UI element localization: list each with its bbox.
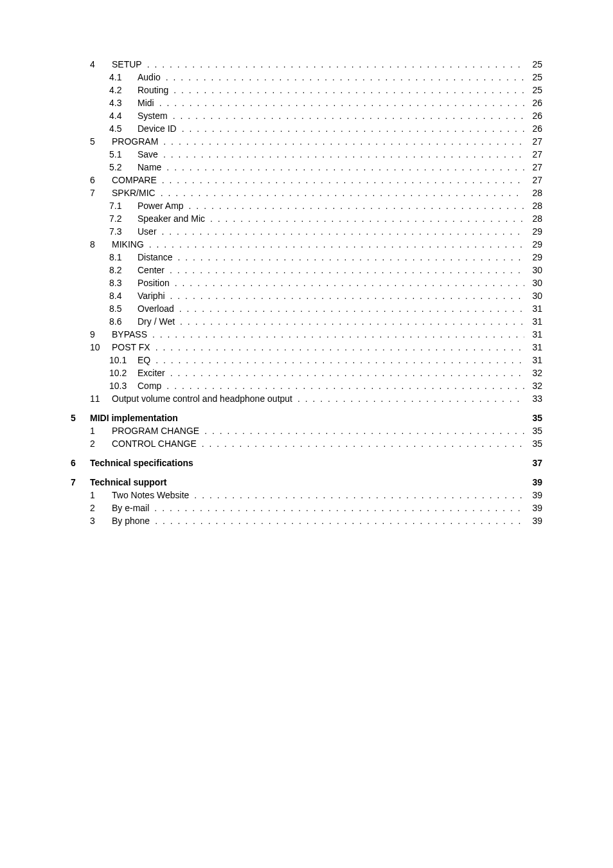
toc-section-number: 7 [71, 476, 82, 489]
toc-title: Technical support [90, 476, 167, 489]
toc-leader-dots [166, 71, 524, 84]
toc-entry[interactable]: 5MIDI implementation35 [71, 411, 542, 424]
toc-entry[interactable]: 4SETUP25 [71, 58, 542, 71]
toc-section-number: 1 [90, 489, 103, 502]
toc-title: Variphi [138, 289, 165, 302]
toc-subsection-number: 4.3 [109, 96, 129, 109]
toc-entry[interactable]: 9BYPASS31 [71, 328, 542, 341]
toc-entry[interactable]: 4.4System26 [71, 109, 542, 122]
toc-title: MIDI implementation [90, 411, 178, 424]
toc-entry[interactable]: 2CONTROL CHANGE35 [71, 437, 542, 450]
toc-leader-dots [166, 379, 524, 392]
toc-page-number: 39 [527, 476, 542, 489]
toc-title: User [138, 225, 157, 238]
toc-leader-dots [170, 289, 524, 302]
toc-entry[interactable]: 5.1Save27 [71, 148, 542, 161]
toc-leader-dots [155, 341, 524, 354]
toc-entry[interactable]: 1PROGRAM CHANGE35 [71, 424, 542, 437]
toc-entry[interactable]: 7.3User29 [71, 225, 542, 238]
toc-subsection-number: 4.1 [109, 71, 129, 84]
toc-page-number: 31 [527, 315, 542, 328]
toc-title: Dry / Wet [138, 315, 175, 328]
toc-page-number: 29 [527, 238, 542, 251]
toc-page-number: 35 [527, 411, 542, 424]
toc-section-number: 2 [90, 437, 103, 450]
toc-leader-dots [175, 276, 524, 289]
toc-leader-dots [163, 148, 524, 161]
toc-entry[interactable]: 7Technical support39 [71, 476, 542, 489]
toc-leader-dots [298, 392, 524, 405]
toc-section-number: 3 [90, 514, 103, 527]
toc-entry[interactable]: 8MIKING29 [71, 238, 542, 251]
toc-entry[interactable]: 3By phone39 [71, 514, 542, 527]
toc-title: SPKR/MIC [112, 186, 155, 199]
toc-leader-dots [154, 502, 524, 514]
toc-title: Two Notes Website [112, 489, 189, 502]
toc-entry[interactable]: 10.3Comp32 [71, 379, 542, 392]
toc-entry[interactable]: 8.2Center30 [71, 264, 542, 276]
toc-section-number: 6 [71, 457, 82, 469]
toc-entry[interactable]: 8.4Variphi30 [71, 289, 542, 302]
toc-subsection-number: 8.6 [109, 315, 129, 328]
toc-page-number: 31 [527, 354, 542, 366]
toc-entry[interactable]: 6Technical specifications37 [71, 457, 542, 469]
toc-entry[interactable]: 10POST FX31 [71, 341, 542, 354]
toc-entry[interactable]: 5.2Name27 [71, 161, 542, 174]
toc-title: CONTROL CHANGE [112, 437, 197, 450]
toc-title: Routing [138, 84, 168, 96]
toc-leader-dots [177, 251, 524, 264]
toc-leader-dots [202, 437, 524, 450]
toc-entry[interactable]: 8.6Dry / Wet31 [71, 315, 542, 328]
page: 4SETUP254.1Audio254.2Routing254.3Midi264… [0, 0, 613, 868]
toc-leader-dots [180, 315, 524, 328]
toc-title: Device ID [138, 122, 177, 135]
toc-entry[interactable]: 11Output volume control and headphone ou… [71, 392, 542, 405]
toc-entry[interactable]: 4.1Audio25 [71, 71, 542, 84]
toc-entry[interactable]: 7SPKR/MIC28 [71, 186, 542, 199]
toc-title: Speaker and Mic [138, 212, 205, 225]
toc-leader-dots [170, 366, 524, 379]
toc-entry[interactable]: 4.3Midi26 [71, 96, 542, 109]
toc-entry[interactable]: 8.3Position30 [71, 276, 542, 289]
toc-page-number: 27 [527, 135, 542, 148]
toc-leader-dots [204, 424, 524, 437]
toc-section-number: 1 [90, 424, 103, 437]
toc-section-number: 5 [71, 411, 82, 424]
toc-entry[interactable]: 10.1EQ31 [71, 354, 542, 366]
toc-page-number: 28 [527, 212, 542, 225]
toc-entry[interactable]: 7.2Speaker and Mic28 [71, 212, 542, 225]
toc-entry[interactable]: 6COMPARE27 [71, 174, 542, 186]
toc-section-number: 10 [90, 341, 103, 354]
toc-title: Save [138, 148, 158, 161]
toc-entry[interactable]: 5PROGRAM27 [71, 135, 542, 148]
toc-section-number: 5 [90, 135, 103, 148]
toc-leader-dots [162, 174, 524, 186]
toc-entry[interactable]: 7.1Power Amp28 [71, 199, 542, 212]
toc-leader-dots [161, 186, 524, 199]
toc-entry[interactable]: 4.5Device ID26 [71, 122, 542, 135]
toc-title: SETUP [112, 58, 142, 71]
toc-entry[interactable]: 8.1Distance29 [71, 251, 542, 264]
toc-page-number: 27 [527, 148, 542, 161]
toc-title: Technical specifications [90, 457, 193, 469]
toc-title: Midi [138, 96, 154, 109]
toc-page-number: 26 [527, 122, 542, 135]
toc-subsection-number: 8.4 [109, 289, 129, 302]
toc-section-number: 6 [90, 174, 103, 186]
toc-page-number: 37 [527, 457, 542, 469]
toc-section-number: 8 [90, 238, 103, 251]
toc-entry[interactable]: 1Two Notes Website39 [71, 489, 542, 502]
toc-title: MIKING [112, 238, 144, 251]
toc-title: Center [138, 264, 164, 276]
toc-subsection-number: 10.3 [109, 379, 129, 392]
toc-section-number: 4 [90, 58, 103, 71]
toc-entry[interactable]: 8.5Overload31 [71, 302, 542, 315]
toc-entry[interactable]: 2By e-mail39 [71, 502, 542, 514]
toc-title: Exciter [138, 366, 165, 379]
toc-title: Power Amp [138, 199, 184, 212]
toc-entry[interactable]: 10.2Exciter32 [71, 366, 542, 379]
toc-entry[interactable]: 4.2Routing25 [71, 84, 542, 96]
toc-leader-dots [166, 161, 524, 174]
toc-page-number: 27 [527, 174, 542, 186]
toc-subsection-number: 7.1 [109, 199, 129, 212]
